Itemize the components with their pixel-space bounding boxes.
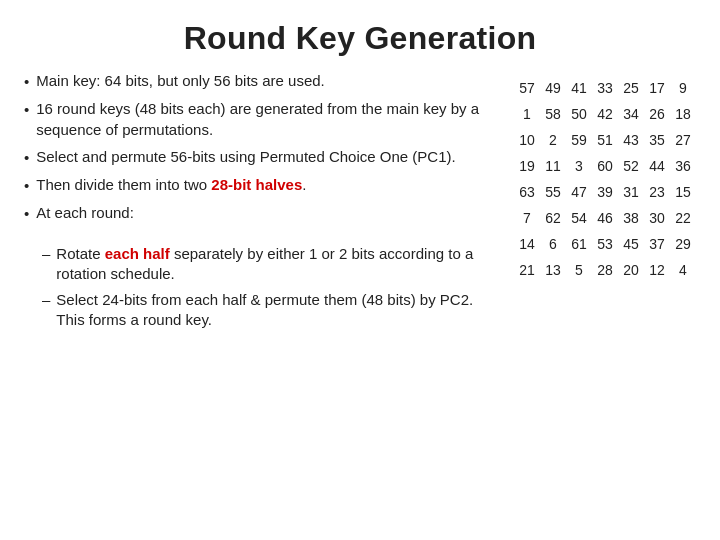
table-cell: 4 xyxy=(670,257,696,283)
table-cell: 38 xyxy=(618,205,644,231)
bullet-text-1: Main key: 64 bits, but only 56 bits are … xyxy=(36,71,504,91)
bullet-marker-4: • xyxy=(24,176,29,196)
highlight-each-half: each half xyxy=(105,245,170,262)
table-cell: 31 xyxy=(618,179,644,205)
table-cell: 39 xyxy=(592,179,618,205)
table-cell: 55 xyxy=(540,179,566,205)
table-cell: 43 xyxy=(618,127,644,153)
table-cell: 11 xyxy=(540,153,566,179)
bullet-item-5: • At each round: xyxy=(24,203,504,224)
table-cell: 33 xyxy=(592,75,618,101)
table-cell: 21 xyxy=(514,257,540,283)
table-cell: 51 xyxy=(592,127,618,153)
bullet-marker-5: • xyxy=(24,204,29,224)
sub-bullet-item-1: – Rotate each half separately by either … xyxy=(42,244,504,285)
table-row: 211352820124 xyxy=(514,257,696,283)
table-cell: 58 xyxy=(540,101,566,127)
bullet-text-4: Then divide them into two 28-bit halves. xyxy=(36,175,504,195)
table-cell: 50 xyxy=(566,101,592,127)
table-row: 1466153453729 xyxy=(514,231,696,257)
right-panel: 5749413325179158504234261810259514335271… xyxy=(514,75,696,524)
bullet-text-2: 16 round keys (48 bits each) are generat… xyxy=(36,99,504,140)
table-row: 7625446383022 xyxy=(514,205,696,231)
table-row: 1585042342618 xyxy=(514,101,696,127)
table-cell: 10 xyxy=(514,127,540,153)
table-cell: 36 xyxy=(670,153,696,179)
table-cell: 46 xyxy=(592,205,618,231)
table-cell: 17 xyxy=(644,75,670,101)
table-cell: 12 xyxy=(644,257,670,283)
table-cell: 23 xyxy=(644,179,670,205)
bullet-item-1: • Main key: 64 bits, but only 56 bits ar… xyxy=(24,71,504,92)
table-cell: 3 xyxy=(566,153,592,179)
sub-dash-1: – xyxy=(42,244,50,264)
left-panel: • Main key: 64 bits, but only 56 bits ar… xyxy=(24,71,504,524)
table-cell: 20 xyxy=(618,257,644,283)
bullet-item-2: • 16 round keys (48 bits each) are gener… xyxy=(24,99,504,140)
sub-bullet-list: – Rotate each half separately by either … xyxy=(24,244,504,337)
table-cell: 44 xyxy=(644,153,670,179)
table-row: 1911360524436 xyxy=(514,153,696,179)
table-cell: 30 xyxy=(644,205,670,231)
table-cell: 63 xyxy=(514,179,540,205)
table-cell: 29 xyxy=(670,231,696,257)
bullet-marker-2: • xyxy=(24,100,29,120)
content-area: • Main key: 64 bits, but only 56 bits ar… xyxy=(24,71,696,524)
table-cell: 42 xyxy=(592,101,618,127)
table-cell: 47 xyxy=(566,179,592,205)
table-cell: 34 xyxy=(618,101,644,127)
table-cell: 7 xyxy=(514,205,540,231)
table-cell: 60 xyxy=(592,153,618,179)
table-row: 1025951433527 xyxy=(514,127,696,153)
table-cell: 2 xyxy=(540,127,566,153)
slide-title: Round Key Generation xyxy=(24,20,696,57)
bullet-item-3: • Select and permute 56-bits using Permu… xyxy=(24,147,504,168)
bullet-marker-3: • xyxy=(24,148,29,168)
table-cell: 9 xyxy=(670,75,696,101)
table-row: 63554739312315 xyxy=(514,179,696,205)
sub-dash-2: – xyxy=(42,290,50,310)
table-cell: 37 xyxy=(644,231,670,257)
table-cell: 13 xyxy=(540,257,566,283)
table-cell: 18 xyxy=(670,101,696,127)
bullet-item-4: • Then divide them into two 28-bit halve… xyxy=(24,175,504,196)
sub-text-1: Rotate each half separately by either 1 … xyxy=(56,244,504,285)
sub-text-2: Select 24-bits from each half & permute … xyxy=(56,290,504,331)
bullet-text-5: At each round: xyxy=(36,203,504,223)
table-cell: 53 xyxy=(592,231,618,257)
table-cell: 61 xyxy=(566,231,592,257)
bullet-list: • Main key: 64 bits, but only 56 bits ar… xyxy=(24,71,504,232)
table-cell: 22 xyxy=(670,205,696,231)
table-cell: 41 xyxy=(566,75,592,101)
table-cell: 14 xyxy=(514,231,540,257)
table-cell: 25 xyxy=(618,75,644,101)
table-cell: 49 xyxy=(540,75,566,101)
table-cell: 35 xyxy=(644,127,670,153)
table-cell: 54 xyxy=(566,205,592,231)
table-cell: 5 xyxy=(566,257,592,283)
table-cell: 59 xyxy=(566,127,592,153)
table-cell: 26 xyxy=(644,101,670,127)
pc1-table: 5749413325179158504234261810259514335271… xyxy=(514,75,696,283)
table-cell: 45 xyxy=(618,231,644,257)
table-cell: 1 xyxy=(514,101,540,127)
table-cell: 15 xyxy=(670,179,696,205)
table-cell: 19 xyxy=(514,153,540,179)
table-cell: 62 xyxy=(540,205,566,231)
table-cell: 28 xyxy=(592,257,618,283)
slide: Round Key Generation • Main key: 64 bits… xyxy=(0,0,720,540)
table-cell: 52 xyxy=(618,153,644,179)
sub-bullet-item-2: – Select 24-bits from each half & permut… xyxy=(42,290,504,331)
bullet-text-3: Select and permute 56-bits using Permute… xyxy=(36,147,504,167)
bullet-marker-1: • xyxy=(24,72,29,92)
highlight-28bit: 28-bit halves xyxy=(211,176,302,193)
table-cell: 27 xyxy=(670,127,696,153)
table-cell: 57 xyxy=(514,75,540,101)
table-row: 5749413325179 xyxy=(514,75,696,101)
table-cell: 6 xyxy=(540,231,566,257)
